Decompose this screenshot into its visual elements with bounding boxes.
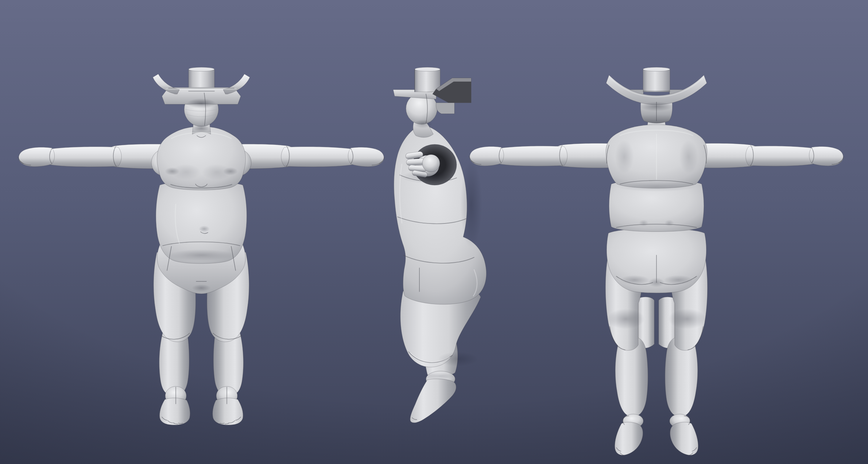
side-hat-crown-top: [415, 67, 440, 71]
back-hat-crown-top: [643, 67, 670, 71]
viewport-3d[interactable]: [0, 0, 868, 464]
back-hat-crown-cylinder: [643, 69, 670, 92]
side-knuckle-mass: [422, 155, 440, 172]
back-left-arm: [469, 143, 620, 168]
render-canvas: [0, 0, 868, 464]
side-hat-brim-under-tab: [436, 103, 454, 114]
back-right-arm: [693, 143, 844, 168]
side-hat-crown-cylinder: [415, 69, 440, 92]
hat-crown-top: [189, 67, 214, 71]
chest: [157, 127, 246, 190]
